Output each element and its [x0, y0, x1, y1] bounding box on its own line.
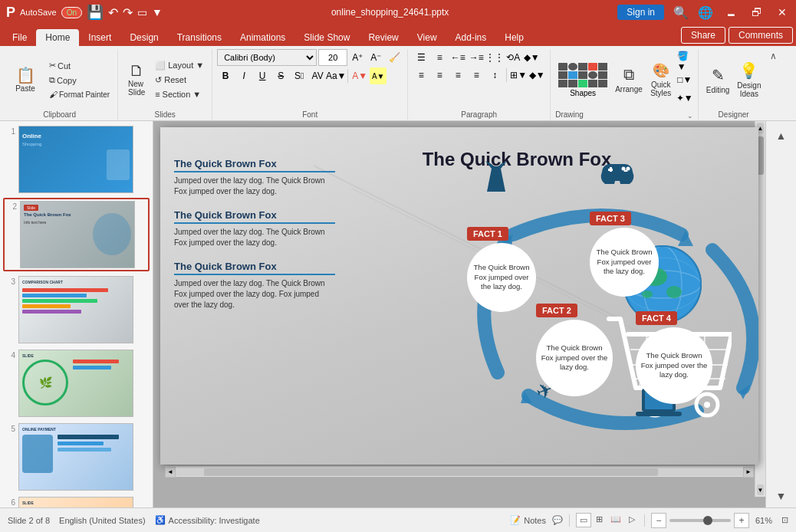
slide-thumb-4[interactable]: 4 SLIDE 🌿 — [3, 348, 150, 419]
tab-review[interactable]: Review — [359, 29, 407, 46]
tab-view[interactable]: View — [408, 29, 446, 46]
section-button[interactable]: ≡ Section ▼ — [152, 88, 207, 100]
hscroll-right-button[interactable]: ► — [743, 467, 754, 478]
slide-sorter-button[interactable]: ⊞ — [593, 513, 606, 527]
convert-to-smartart-button[interactable]: ◆▼ — [523, 49, 540, 66]
shape-effects-button[interactable]: ✦▼ — [676, 90, 693, 107]
clear-format-button[interactable]: 🧹 — [386, 49, 403, 66]
font-size-input[interactable] — [318, 49, 347, 66]
comments-status-button[interactable]: 💬 — [552, 515, 563, 525]
undo-icon[interactable]: ↶ — [108, 5, 118, 20]
search-icon[interactable]: 🔍 — [673, 5, 689, 20]
comments-button[interactable]: Comments — [729, 27, 793, 44]
zoom-slider[interactable] — [669, 519, 731, 522]
align-center-button[interactable]: ≡ — [431, 67, 448, 84]
decrease-indent-button[interactable]: ←≡ — [449, 49, 466, 66]
customize-icon[interactable]: ▼ — [152, 6, 163, 18]
align-left-button[interactable]: ≡ — [413, 67, 429, 84]
hscroll-track[interactable] — [176, 468, 743, 476]
horizontal-scrollbar[interactable]: ◄ ► — [165, 466, 754, 477]
signin-button[interactable]: Sign in — [617, 5, 664, 20]
scroll-up-button[interactable]: ▲ — [770, 124, 793, 147]
tab-home[interactable]: Home — [36, 29, 79, 46]
paste-button[interactable]: 📋 Paste — [6, 66, 44, 94]
close-button[interactable]: ✕ — [775, 6, 790, 18]
new-slide-button[interactable]: 🗋 New Slide — [123, 61, 150, 98]
slide-thumb-3[interactable]: 3 COMPARISON CHART — [3, 274, 150, 345]
accessibility-info[interactable]: ♿ Accessibility: Investigate — [155, 515, 260, 525]
align-right-button[interactable]: ≡ — [449, 67, 466, 84]
drawing-expand-button[interactable]: ⌄ — [687, 112, 693, 120]
slide-thumb-6[interactable]: 6 SLIDE — [3, 495, 150, 507]
normal-view-button[interactable]: ▭ — [576, 513, 591, 527]
hscroll-left-button[interactable]: ◄ — [165, 467, 176, 478]
cut-button[interactable]: ✂ Cut — [46, 59, 113, 72]
tab-help[interactable]: Help — [495, 29, 533, 46]
tab-transitions[interactable]: Transitions — [168, 29, 231, 46]
slide-canvas[interactable]: The Quick Brown Fox Jumped over the lazy… — [160, 127, 758, 465]
ribbon-collapse[interactable]: ∧ — [770, 49, 777, 120]
line-spacing-button[interactable]: ↕ — [486, 67, 503, 84]
strikethrough-button[interactable]: S — [272, 67, 289, 84]
highlight-button[interactable]: A▼ — [370, 67, 386, 84]
font-color-button[interactable]: A▼ — [351, 67, 368, 84]
scroll-down-button[interactable]: ▼ — [757, 484, 764, 495]
zoom-level[interactable]: 61% — [752, 516, 775, 525]
smartart-button[interactable]: ◆▼ — [528, 67, 545, 84]
share-button[interactable]: Share — [681, 27, 725, 44]
tab-file[interactable]: File — [3, 29, 36, 46]
shape-outline-button[interactable]: □▼ — [676, 71, 693, 88]
zoom-handle[interactable] — [703, 516, 712, 525]
editing-button[interactable]: ✎ Editing — [703, 64, 733, 96]
tab-design[interactable]: Design — [120, 29, 167, 46]
tab-insert[interactable]: Insert — [79, 29, 120, 46]
layout-button[interactable]: ⬜ Layout ▼ — [152, 59, 207, 72]
arrange-button[interactable]: ⧉ Arrange — [612, 64, 646, 95]
minimize-button[interactable]: 🗕 — [722, 6, 739, 18]
save-icon[interactable]: 💾 — [87, 4, 104, 21]
tab-slideshow[interactable]: Slide Show — [294, 29, 359, 46]
format-painter-button[interactable]: 🖌 Format Painter — [46, 88, 113, 100]
increase-fontsize-button[interactable]: A⁺ — [349, 49, 366, 66]
slide-thumb-1[interactable]: 1 Online Shopping — [3, 124, 150, 195]
autosave-state: On — [67, 8, 77, 17]
decrease-fontsize-button[interactable]: A⁻ — [367, 49, 384, 66]
shape-fill-button[interactable]: 🪣▼ — [676, 53, 693, 70]
tab-addins[interactable]: Add-ins — [446, 29, 496, 46]
shadow-button[interactable]: S⃝ — [291, 67, 308, 84]
text-case-button[interactable]: Aa▼ — [327, 67, 344, 84]
zoom-in-button[interactable]: + — [734, 513, 749, 528]
align-text-button[interactable]: ⊞▼ — [510, 67, 527, 84]
maximize-button[interactable]: 🗗 — [748, 6, 765, 18]
tab-animations[interactable]: Animations — [231, 29, 294, 46]
notes-button[interactable]: 📝 Notes — [510, 515, 546, 525]
numbering-button[interactable]: ≡ — [431, 49, 448, 66]
shapes-gallery[interactable]: Shapes — [555, 61, 610, 99]
bold-button[interactable]: B — [217, 67, 234, 84]
zoom-out-button[interactable]: − — [651, 513, 666, 528]
dress-icon — [482, 158, 510, 198]
feedback-icon[interactable]: 🌐 — [698, 5, 713, 20]
present-icon[interactable]: ▭ — [137, 6, 147, 18]
scroll-down-button[interactable]: ▼ — [770, 484, 793, 507]
text-direction-button[interactable]: ⟲A — [505, 49, 521, 66]
autosave-toggle[interactable]: On — [61, 7, 82, 18]
reading-view-button[interactable]: 📖 — [607, 513, 624, 527]
char-spacing-button[interactable]: AV — [309, 67, 326, 84]
slideshow-view-button[interactable]: ▷ — [626, 513, 638, 527]
reset-button[interactable]: ↺ Reset — [152, 74, 207, 87]
underline-button[interactable]: U — [254, 67, 271, 84]
columns-button[interactable]: ⋮⋮ — [486, 49, 503, 66]
bullets-button[interactable]: ☰ — [413, 49, 429, 66]
redo-icon[interactable]: ↷ — [123, 5, 133, 20]
increase-indent-button[interactable]: →≡ — [468, 49, 485, 66]
quick-styles-button[interactable]: 🎨 Quick Styles — [647, 61, 675, 99]
italic-button[interactable]: I — [235, 67, 252, 84]
font-family-dropdown[interactable]: Calibri (Body) — [217, 49, 317, 66]
fit-slide-button[interactable]: ⊡ — [781, 515, 788, 525]
slide-thumb-2[interactable]: 2 Slide The Quick Brown Fox Info text he… — [3, 198, 150, 271]
slide-thumb-5[interactable]: 5 ONLINE PAYMENT — [3, 422, 150, 492]
copy-button[interactable]: ⧉ Copy — [46, 74, 113, 87]
design-ideas-button[interactable]: 💡 Design Ideas — [734, 60, 764, 100]
justify-button[interactable]: ≡ — [468, 67, 485, 84]
